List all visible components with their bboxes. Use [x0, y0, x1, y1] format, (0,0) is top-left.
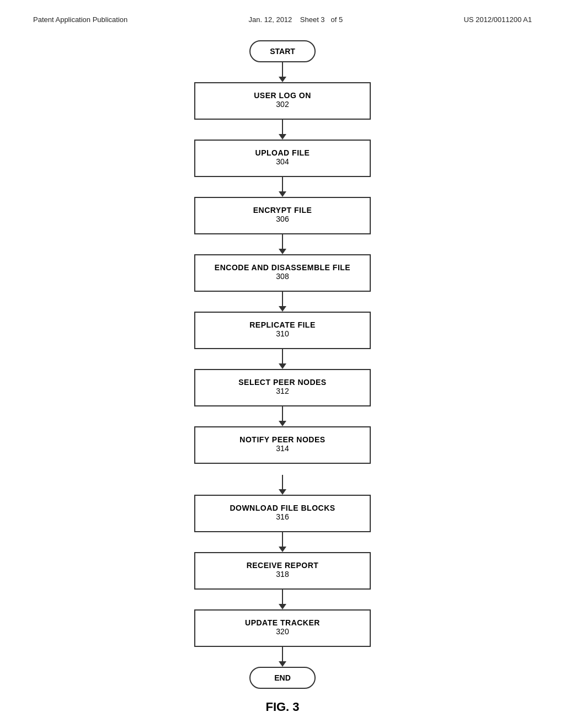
header-date-sheet: Jan. 12, 2012 Sheet 3 of 5	[249, 15, 343, 24]
header: Patent Application Publication Jan. 12, …	[0, 0, 565, 24]
arrow-8	[279, 532, 286, 552]
arrow-6	[279, 406, 286, 426]
node-notify-peer-nodes: NOTIFY PEER NODES 314	[194, 426, 371, 464]
node-user-log-on: USER LOG ON 302	[194, 82, 371, 120]
header-patent-number: US 2012/0011200 A1	[463, 15, 532, 24]
start-node: START	[249, 40, 316, 62]
end-node: END	[249, 667, 316, 689]
node-encrypt-file: ENCRYPT FILE 306	[194, 197, 371, 234]
node-replicate-file: REPLICATE FILE 310	[194, 312, 371, 349]
arrow-10	[279, 647, 286, 667]
flowchart: START USER LOG ON 302 UPLOAD FILE 304	[0, 40, 565, 728]
arrow-7	[279, 475, 286, 495]
arrow-9	[279, 590, 286, 609]
header-of: of 5	[331, 15, 343, 24]
header-date: Jan. 12, 2012	[249, 15, 292, 24]
arrow-5	[279, 349, 286, 369]
node-update-tracker: UPDATE TRACKER 320	[194, 609, 371, 647]
arrow-2	[279, 177, 286, 197]
node-select-peer-nodes: SELECT PEER NODES 312	[194, 369, 371, 406]
page: Patent Application Publication Jan. 12, …	[0, 0, 565, 728]
fig-label: FIG. 3	[265, 700, 299, 714]
header-publication: Patent Application Publication	[33, 15, 127, 24]
arrow-1	[279, 120, 286, 140]
arrow-0	[279, 62, 286, 82]
arrow-3	[279, 234, 286, 254]
node-receive-report: RECEIVE REPORT 318	[194, 552, 371, 590]
node-download-file-blocks: DOWNLOAD FILE BLOCKS 316	[194, 495, 371, 532]
node-encode-disassemble: ENCODE AND DISASSEMBLE FILE 308	[194, 254, 371, 292]
header-sheet: Sheet 3	[300, 15, 325, 24]
node-upload-file: UPLOAD FILE 304	[194, 140, 371, 177]
arrow-4	[279, 292, 286, 312]
